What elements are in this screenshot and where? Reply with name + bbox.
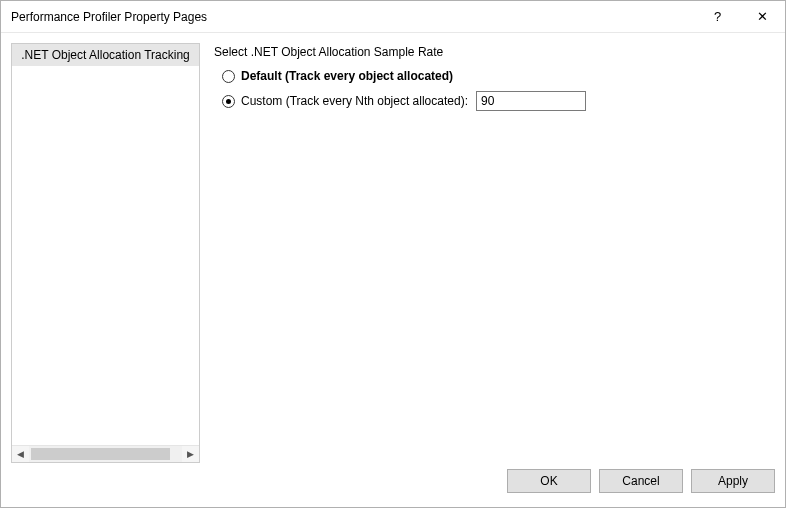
- scroll-right-button[interactable]: ▶: [182, 446, 199, 463]
- sidebar: .NET Object Allocation Tracking ◀ ▶: [11, 43, 200, 463]
- radio-custom-label: Custom (Track every Nth object allocated…: [241, 94, 468, 108]
- dialog-body: .NET Object Allocation Tracking ◀ ▶ Sele…: [1, 33, 785, 463]
- radio-default[interactable]: [222, 70, 235, 83]
- ok-button-label: OK: [540, 474, 557, 488]
- custom-value-input[interactable]: [476, 91, 586, 111]
- radio-custom[interactable]: [222, 95, 235, 108]
- chevron-right-icon: ▶: [187, 449, 194, 459]
- chevron-left-icon: ◀: [17, 449, 24, 459]
- radio-default-row[interactable]: Default (Track every object allocated): [222, 69, 771, 83]
- help-icon: ?: [714, 9, 721, 24]
- scroll-left-button[interactable]: ◀: [12, 446, 29, 463]
- dialog-footer: OK Cancel Apply: [1, 463, 785, 507]
- dialog-window: Performance Profiler Property Pages ? ✕ …: [0, 0, 786, 508]
- close-button[interactable]: ✕: [740, 2, 785, 32]
- sidebar-list: .NET Object Allocation Tracking: [12, 44, 199, 445]
- scroll-track[interactable]: [29, 446, 182, 462]
- close-icon: ✕: [757, 9, 768, 24]
- radio-default-label: Default (Track every object allocated): [241, 69, 453, 83]
- section-title: Select .NET Object Allocation Sample Rat…: [214, 45, 771, 59]
- apply-button[interactable]: Apply: [691, 469, 775, 493]
- titlebar: Performance Profiler Property Pages ? ✕: [1, 1, 785, 33]
- sidebar-item-label: .NET Object Allocation Tracking: [21, 48, 190, 62]
- apply-button-label: Apply: [718, 474, 748, 488]
- ok-button[interactable]: OK: [507, 469, 591, 493]
- window-title: Performance Profiler Property Pages: [11, 10, 695, 24]
- cancel-button[interactable]: Cancel: [599, 469, 683, 493]
- help-button[interactable]: ?: [695, 2, 740, 32]
- sidebar-horizontal-scrollbar[interactable]: ◀ ▶: [12, 445, 199, 462]
- cancel-button-label: Cancel: [622, 474, 659, 488]
- sidebar-item-net-object-allocation-tracking[interactable]: .NET Object Allocation Tracking: [12, 44, 199, 66]
- scroll-thumb[interactable]: [31, 448, 170, 460]
- content-panel: Select .NET Object Allocation Sample Rat…: [210, 43, 775, 463]
- radio-custom-row[interactable]: Custom (Track every Nth object allocated…: [222, 91, 771, 111]
